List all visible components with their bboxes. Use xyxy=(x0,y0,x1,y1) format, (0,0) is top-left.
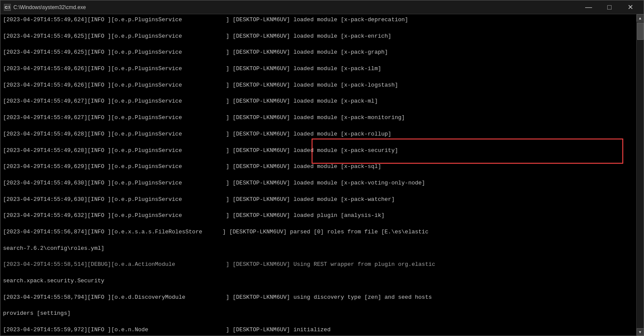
console-output[interactable]: [2023-04-29T14:55:49,624][INFO ][o.e.p.P… xyxy=(0,14,636,336)
window-title: C:\Windows\system32\cmd.exe xyxy=(13,4,86,10)
scroll-down-button[interactable]: ▼ xyxy=(637,328,644,336)
scroll-up-button[interactable]: ▲ xyxy=(637,14,644,22)
cmd-icon: C:\ xyxy=(4,4,11,11)
scroll-track[interactable] xyxy=(637,22,644,328)
minimize-button[interactable]: — xyxy=(579,1,599,14)
cmd-window: C:\ C:\Windows\system32\cmd.exe — □ ✕ [2… xyxy=(0,0,644,336)
maximize-button[interactable]: □ xyxy=(599,1,619,14)
close-button[interactable]: ✕ xyxy=(620,1,640,14)
scroll-thumb[interactable] xyxy=(637,23,644,40)
title-bar: C:\ C:\Windows\system32\cmd.exe — □ ✕ xyxy=(0,0,644,14)
console-area: [2023-04-29T14:55:49,624][INFO ][o.e.p.P… xyxy=(0,14,644,336)
title-bar-left: C:\ C:\Windows\system32\cmd.exe xyxy=(4,4,86,11)
vertical-scrollbar[interactable]: ▲ ▼ xyxy=(636,14,644,336)
window-controls: — □ ✕ xyxy=(579,1,640,14)
console-wrapper: [2023-04-29T14:55:49,624][INFO ][o.e.p.P… xyxy=(0,14,636,336)
